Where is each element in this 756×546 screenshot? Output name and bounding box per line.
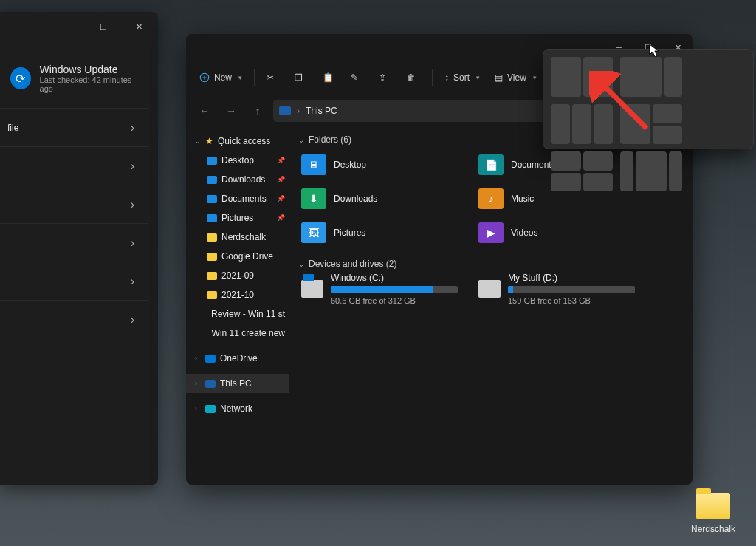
folder-label: Downloads: [334, 194, 377, 204]
snap-layout-three-col[interactable]: [551, 104, 613, 144]
folder-icon: [207, 272, 217, 280]
view-label: View: [507, 72, 526, 83]
maximize-button[interactable]: ☐: [89, 16, 118, 38]
settings-row[interactable]: file›: [0, 108, 148, 146]
plus-circle-icon: [199, 72, 210, 83]
onedrive-label: OneDrive: [220, 353, 258, 364]
folder-icon: 📄: [478, 154, 504, 175]
sync-icon: ⟳: [10, 67, 31, 89]
sidebar-item[interactable]: Pictures📌: [186, 208, 289, 228]
settings-row-label: file: [7, 123, 18, 133]
folder-item[interactable]: ⬇Downloads: [298, 183, 461, 214]
sidebar-item[interactable]: Documents📌: [186, 189, 289, 208]
folder-item[interactable]: ▶Videos: [475, 217, 638, 248]
chevron-right-icon: ›: [195, 405, 201, 412]
snap-layout-third-two-thirds[interactable]: [620, 151, 682, 191]
chevron-right-icon: ›: [131, 160, 134, 173]
pin-icon: 📌: [277, 176, 285, 183]
settings-row[interactable]: ›: [0, 300, 148, 338]
sidebar-network[interactable]: ›Network: [186, 399, 289, 418]
cloud-icon: [205, 355, 216, 363]
rename-icon: ✎: [351, 72, 358, 83]
chevron-right-icon: ›: [131, 275, 134, 288]
breadcrumb-this-pc[interactable]: This PC: [306, 106, 337, 116]
settings-row[interactable]: ›: [0, 146, 148, 185]
quick-access-label: Quick access: [218, 136, 270, 146]
sidebar-item-label: Google Drive: [221, 251, 273, 262]
update-subtitle: Last checked: 42 minutes ago: [40, 75, 139, 93]
sidebar-item-label: Desktop: [221, 155, 254, 165]
snap-layout-two-even[interactable]: [551, 57, 613, 97]
sidebar-item-label: Review - Win 11 st: [211, 309, 285, 319]
system-folder-icon: [207, 157, 217, 165]
snap-layout-quad[interactable]: [551, 151, 613, 191]
folder-icon: ▶: [478, 222, 504, 243]
forward-button[interactable]: →: [220, 100, 242, 122]
sidebar-item[interactable]: 2021-09: [186, 266, 289, 285]
sidebar-item-label: Pictures: [221, 213, 253, 223]
drive-icon: [478, 280, 501, 298]
drives-group-header[interactable]: ⌄Devices and drives (2): [298, 259, 684, 269]
drive-sublabel: 60.6 GB free of 312 GB: [331, 296, 458, 305]
folder-icon: ♪: [478, 188, 504, 209]
up-button[interactable]: ↑: [247, 100, 269, 122]
delete-button[interactable]: 🗑: [401, 66, 426, 89]
snap-layout-two-uneven[interactable]: [620, 57, 682, 97]
sidebar-item-label: Nerdschalk: [221, 232, 266, 242]
sidebar-onedrive[interactable]: ›OneDrive: [186, 349, 289, 368]
chevron-right-icon: ›: [195, 380, 201, 387]
sidebar-item[interactable]: Google Drive: [186, 247, 289, 266]
sidebar-item-label: Win 11 create new: [212, 328, 285, 338]
settings-row[interactable]: ›: [0, 185, 148, 223]
copy-button[interactable]: ❐: [289, 66, 314, 89]
folder-icon: [696, 493, 730, 519]
folder-label: Music: [511, 194, 534, 204]
view-button[interactable]: ▤View▾: [489, 66, 543, 89]
chevron-down-icon: ▾: [533, 74, 537, 81]
sidebar-this-pc[interactable]: ›This PC: [186, 374, 289, 393]
sidebar-item-label: 2021-09: [221, 270, 254, 281]
drive-sublabel: 159 GB free of 163 GB: [508, 296, 635, 305]
close-button[interactable]: ✕: [124, 16, 154, 38]
drive-item[interactable]: Windows (C:)60.6 GB free of 312 GB: [298, 273, 461, 304]
network-label: Network: [220, 403, 252, 414]
settings-row[interactable]: ›: [0, 223, 148, 262]
desktop-folder-icon[interactable]: Nerdschalk: [687, 493, 740, 534]
sidebar: ⌄ ★ Quick access Desktop📌Downloads📌Docum…: [186, 127, 289, 485]
rename-button[interactable]: ✎: [345, 66, 370, 89]
chevron-right-icon: ›: [131, 313, 134, 327]
drive-item[interactable]: My Stuff (D:)159 GB free of 163 GB: [475, 273, 638, 304]
sidebar-item[interactable]: Desktop📌: [186, 151, 289, 170]
network-icon: [205, 405, 216, 413]
pc-icon: [279, 106, 291, 115]
sidebar-quick-access[interactable]: ⌄ ★ Quick access: [186, 132, 289, 151]
breadcrumb-sep: ›: [297, 106, 300, 116]
sidebar-item-label: 2021-10: [221, 290, 254, 300]
sort-button[interactable]: ↕Sort▾: [439, 66, 486, 89]
share-icon: ⇪: [379, 72, 386, 83]
paste-button[interactable]: 📋: [317, 66, 342, 89]
snap-layout-left-two-right[interactable]: [620, 104, 682, 144]
back-button[interactable]: ←: [193, 100, 216, 122]
share-button[interactable]: ⇪: [373, 66, 398, 89]
sidebar-item[interactable]: Review - Win 11 st: [186, 304, 289, 324]
sidebar-item[interactable]: Win 11 create new: [186, 324, 289, 343]
chevron-down-icon: ⌄: [298, 260, 304, 268]
folder-label: Pictures: [334, 228, 365, 238]
cut-icon: ✂: [267, 72, 274, 83]
sidebar-item-label: Downloads: [221, 174, 265, 185]
sidebar-item[interactable]: 2021-10: [186, 285, 289, 304]
minimize-button[interactable]: ─: [53, 16, 83, 38]
sidebar-item[interactable]: Nerdschalk: [186, 228, 289, 247]
folder-icon: [207, 253, 217, 261]
folder-icon: ⬇: [301, 188, 326, 209]
folder-item[interactable]: 🖥Desktop: [298, 149, 461, 180]
sidebar-item[interactable]: Downloads📌: [186, 170, 289, 189]
pc-icon: [205, 380, 216, 388]
cut-button[interactable]: ✂: [261, 66, 286, 89]
folder-item[interactable]: 🖼Pictures: [298, 217, 461, 248]
new-button[interactable]: New ▾: [193, 66, 248, 89]
folder-label: Videos: [511, 228, 537, 238]
settings-row[interactable]: ›: [0, 262, 148, 300]
folder-icon: 🖼: [301, 222, 326, 243]
